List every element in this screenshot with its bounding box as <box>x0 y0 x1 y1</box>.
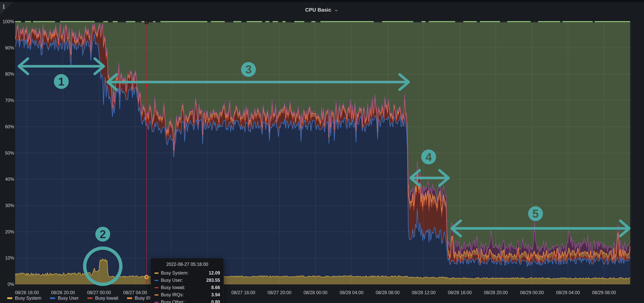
legend-label: Busy User <box>58 296 78 301</box>
legend-swatch <box>87 297 92 299</box>
annotation-badge-2 <box>95 227 110 242</box>
y-axis-label: 100% <box>2 19 14 24</box>
annotation-badge-5 <box>528 206 543 221</box>
annotation-badge-1 <box>54 74 69 89</box>
x-axis-label: 08/28 08:00 <box>376 290 400 295</box>
x-axis-label: 08/26 16:00 <box>15 290 39 295</box>
y-axis-label: 30% <box>5 203 14 208</box>
x-axis-label: 08/26 20:00 <box>51 290 75 295</box>
x-axis-label: 08/29 04:00 <box>556 290 580 295</box>
x-axis-label: 08/28 00:00 <box>304 290 328 295</box>
tooltip-swatch <box>154 272 158 274</box>
legend-item-busy-iowait[interactable]: Busy Iowait <box>87 296 118 301</box>
tooltip-value: 3.94 <box>211 292 220 298</box>
tooltip-row-busy-other: Busy Other:0.80 <box>154 298 220 303</box>
chart-tooltip: 2022-08-27 05:16:00 Busy System:12.09Bus… <box>151 258 224 303</box>
tooltip-swatch <box>154 280 158 281</box>
x-axis-label: 08/29 00:00 <box>520 290 544 295</box>
x-axis-label: 08/27 16:00 <box>232 290 256 295</box>
tooltip-label: Busy Iowait: <box>161 285 185 290</box>
legend-swatch <box>7 297 12 299</box>
tooltip-label: Busy IRQs: <box>161 292 184 298</box>
y-axis-label: 10% <box>5 256 14 260</box>
tooltip-row-busy-iowait: Busy Iowait:8.66 <box>154 284 220 291</box>
tooltip-swatch <box>154 287 158 288</box>
y-axis-label: 90% <box>5 46 14 50</box>
annotation-badge-4 <box>421 150 436 164</box>
y-axis-label: 50% <box>5 150 14 156</box>
y-axis-label: 20% <box>5 229 14 234</box>
x-axis-label: 08/27 20:00 <box>268 290 291 295</box>
tooltip-value: 283.55 <box>206 278 220 283</box>
chart-legend: Busy SystemBusy UserBusy IowaitBusy IRQs <box>7 296 165 301</box>
tooltip-value: 8.66 <box>211 285 220 290</box>
legend-swatch <box>50 297 55 299</box>
legend-item-busy-system[interactable]: Busy System <box>7 296 41 301</box>
tooltip-swatch <box>154 294 158 296</box>
tooltip-row-busy-irqs: Busy IRQs:3.94 <box>154 291 220 298</box>
tooltip-swatch <box>154 302 158 303</box>
x-axis-label: 08/28 16:00 <box>448 290 472 295</box>
cpu-chart[interactable]: 13452100%90%80%70%60%50%40%30%20%10%0%08… <box>0 2 644 303</box>
x-axis-label: 08/27 00:00 <box>87 290 111 295</box>
plot-area[interactable] <box>15 20 630 284</box>
legend-swatch <box>127 297 132 299</box>
tooltip-row-busy-system: Busy System:12.09 <box>154 270 220 277</box>
legend-label: Busy Iowait <box>95 296 118 301</box>
tooltip-row-busy-user: Busy User:283.55 <box>154 277 220 284</box>
grafana-panel: CPU Basic i 13452100%90%80%70%60%50%40%3… <box>0 2 644 303</box>
x-axis-label: 08/28 12:00 <box>412 290 436 295</box>
tooltip-label: Busy System: <box>161 270 188 276</box>
y-axis-label: 40% <box>5 177 14 182</box>
legend-item-busy-user[interactable]: Busy User <box>50 296 78 301</box>
x-axis-label: 08/27 04:00 <box>123 290 147 295</box>
annotation-badge-3 <box>241 62 256 77</box>
y-axis-label: 0% <box>8 282 14 287</box>
tooltip-label: Busy Other: <box>161 300 185 303</box>
x-axis-label: 08/28 04:00 <box>340 290 364 295</box>
y-axis-label: 60% <box>5 124 14 129</box>
x-axis-label: 08/28 20:00 <box>484 290 508 295</box>
tooltip-rows: Busy System:12.09Busy User:283.55Busy Io… <box>154 270 220 303</box>
y-axis-label: 70% <box>5 98 14 103</box>
tooltip-value: 0.80 <box>211 300 220 303</box>
tooltip-label: Busy User: <box>161 278 183 283</box>
tooltip-value: 12.09 <box>209 270 220 276</box>
hover-point <box>145 84 148 87</box>
tooltip-timestamp: 2022-08-27 05:16:00 <box>154 262 220 267</box>
y-axis-label: 80% <box>5 72 14 77</box>
x-axis-label: 08/29 08:00 <box>592 290 616 295</box>
legend-label: Busy System <box>15 296 41 301</box>
